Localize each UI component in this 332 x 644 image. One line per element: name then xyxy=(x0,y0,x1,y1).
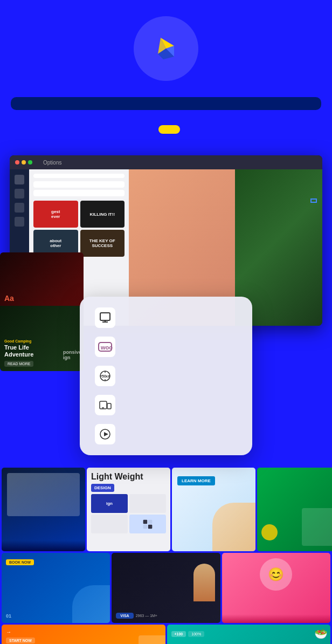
feature-video xyxy=(95,424,237,444)
learn-screenshot: → START NOW 01 xyxy=(2,625,165,644)
svg-marker-15 xyxy=(104,432,108,436)
coupon-code xyxy=(158,125,180,134)
screenshots-grid: Light Weight DESIGN ign xyxy=(0,466,332,644)
svg-rect-18 xyxy=(143,524,148,529)
design-screenshot: Light Weight DESIGN ign xyxy=(87,468,170,551)
editor-options-label: Options xyxy=(43,160,61,166)
screenshots-area: Options xyxy=(0,155,332,466)
coupon-row xyxy=(152,125,180,134)
features-card: woo 50KB xyxy=(80,297,252,455)
grid-row-1: Light Weight DESIGN ign xyxy=(0,468,332,551)
digitize-screenshot xyxy=(257,468,332,551)
svg-rect-16 xyxy=(143,519,148,524)
logo-circle xyxy=(134,16,198,81)
depicter-logo-icon xyxy=(150,32,182,65)
feature-lightweight: 50KB xyxy=(95,366,237,386)
hero-badge-title xyxy=(11,97,321,110)
eating-screenshot: +100 100% 🥗 xyxy=(167,625,331,644)
add-heading-btn[interactable] xyxy=(33,181,124,188)
hotel-screenshot: BOOK NOW 01 xyxy=(2,553,110,623)
hero-section xyxy=(0,0,332,155)
lightweight-icon: 50KB xyxy=(95,366,115,386)
svg-rect-12 xyxy=(107,403,111,409)
responsive-icon xyxy=(95,395,115,415)
svg-rect-19 xyxy=(148,524,153,529)
payment-screenshot: VISA 2963 — 1M+ xyxy=(112,553,220,623)
svg-rect-17 xyxy=(148,519,153,524)
svg-text:woo: woo xyxy=(100,344,113,351)
search-bar[interactable] xyxy=(33,174,124,178)
video-icon xyxy=(95,424,115,444)
feature-responsive xyxy=(95,395,237,415)
joy-dressing-screenshot xyxy=(2,468,85,551)
feature-woocommerce: woo xyxy=(95,337,237,357)
feature-templates xyxy=(95,307,237,328)
add-subheading-btn[interactable] xyxy=(33,190,124,196)
extraordinary-text xyxy=(310,198,317,203)
templates-icon xyxy=(95,307,115,328)
svg-rect-4 xyxy=(100,313,110,320)
team-screenshot: LEARN MORE xyxy=(172,468,255,551)
discover-screenshot: 😊 xyxy=(222,553,330,623)
adventure-screenshot: Aa Good Camping True LifeAdventure READ … xyxy=(0,252,84,371)
woocommerce-icon: woo xyxy=(95,337,115,357)
grid-row-2: BOOK NOW 01 VISA 2963 — 1M+ 😊 xyxy=(0,551,332,625)
grid-row-3: → START NOW 01 +100 100% � xyxy=(0,625,332,644)
